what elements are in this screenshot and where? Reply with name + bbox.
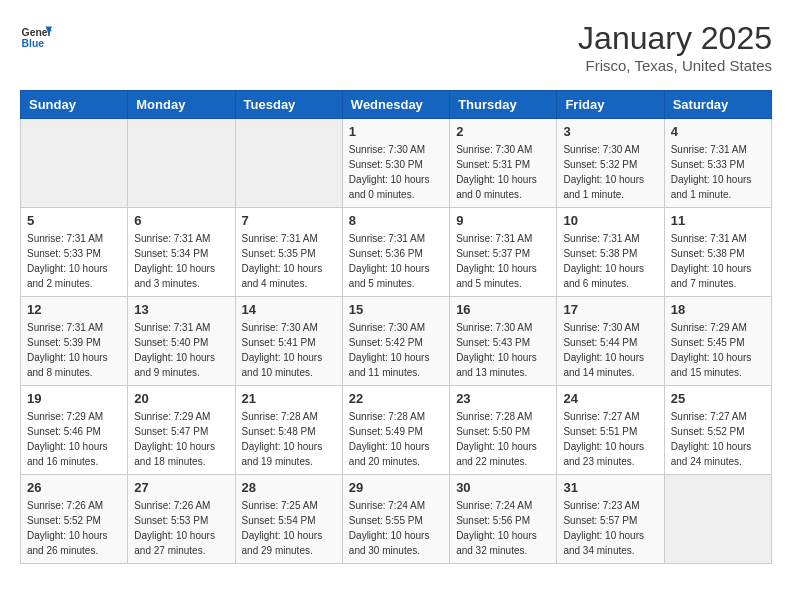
day-info: Sunrise: 7:31 AM Sunset: 5:39 PM Dayligh…: [27, 320, 121, 380]
day-info: Sunrise: 7:28 AM Sunset: 5:50 PM Dayligh…: [456, 409, 550, 469]
day-number: 26: [27, 480, 121, 495]
day-number: 7: [242, 213, 336, 228]
day-info: Sunrise: 7:24 AM Sunset: 5:55 PM Dayligh…: [349, 498, 443, 558]
day-info: Sunrise: 7:26 AM Sunset: 5:53 PM Dayligh…: [134, 498, 228, 558]
day-number: 16: [456, 302, 550, 317]
day-info: Sunrise: 7:23 AM Sunset: 5:57 PM Dayligh…: [563, 498, 657, 558]
svg-text:Blue: Blue: [22, 38, 45, 49]
calendar-cell: 12Sunrise: 7:31 AM Sunset: 5:39 PM Dayli…: [21, 297, 128, 386]
day-info: Sunrise: 7:26 AM Sunset: 5:52 PM Dayligh…: [27, 498, 121, 558]
calendar-cell: 18Sunrise: 7:29 AM Sunset: 5:45 PM Dayli…: [664, 297, 771, 386]
day-number: 5: [27, 213, 121, 228]
day-number: 11: [671, 213, 765, 228]
day-info: Sunrise: 7:27 AM Sunset: 5:52 PM Dayligh…: [671, 409, 765, 469]
calendar-cell: 6Sunrise: 7:31 AM Sunset: 5:34 PM Daylig…: [128, 208, 235, 297]
week-row-1: 1Sunrise: 7:30 AM Sunset: 5:30 PM Daylig…: [21, 119, 772, 208]
day-info: Sunrise: 7:28 AM Sunset: 5:48 PM Dayligh…: [242, 409, 336, 469]
day-number: 23: [456, 391, 550, 406]
day-info: Sunrise: 7:31 AM Sunset: 5:34 PM Dayligh…: [134, 231, 228, 291]
weekday-header-saturday: Saturday: [664, 91, 771, 119]
weekday-header-row: SundayMondayTuesdayWednesdayThursdayFrid…: [21, 91, 772, 119]
day-number: 31: [563, 480, 657, 495]
calendar-cell: 2Sunrise: 7:30 AM Sunset: 5:31 PM Daylig…: [450, 119, 557, 208]
weekday-header-wednesday: Wednesday: [342, 91, 449, 119]
calendar-cell: 30Sunrise: 7:24 AM Sunset: 5:56 PM Dayli…: [450, 475, 557, 564]
week-row-2: 5Sunrise: 7:31 AM Sunset: 5:33 PM Daylig…: [21, 208, 772, 297]
day-number: 20: [134, 391, 228, 406]
calendar-cell: 9Sunrise: 7:31 AM Sunset: 5:37 PM Daylig…: [450, 208, 557, 297]
calendar-cell: [21, 119, 128, 208]
calendar-cell: 10Sunrise: 7:31 AM Sunset: 5:38 PM Dayli…: [557, 208, 664, 297]
calendar-cell: [235, 119, 342, 208]
calendar-cell: 16Sunrise: 7:30 AM Sunset: 5:43 PM Dayli…: [450, 297, 557, 386]
calendar-cell: 26Sunrise: 7:26 AM Sunset: 5:52 PM Dayli…: [21, 475, 128, 564]
day-info: Sunrise: 7:25 AM Sunset: 5:54 PM Dayligh…: [242, 498, 336, 558]
calendar-cell: 1Sunrise: 7:30 AM Sunset: 5:30 PM Daylig…: [342, 119, 449, 208]
calendar-cell: [128, 119, 235, 208]
calendar-cell: 20Sunrise: 7:29 AM Sunset: 5:47 PM Dayli…: [128, 386, 235, 475]
calendar-cell: 11Sunrise: 7:31 AM Sunset: 5:38 PM Dayli…: [664, 208, 771, 297]
day-number: 30: [456, 480, 550, 495]
logo-icon: General Blue: [20, 20, 52, 52]
day-info: Sunrise: 7:30 AM Sunset: 5:44 PM Dayligh…: [563, 320, 657, 380]
calendar-cell: 15Sunrise: 7:30 AM Sunset: 5:42 PM Dayli…: [342, 297, 449, 386]
day-number: 29: [349, 480, 443, 495]
calendar-title: January 2025: [578, 20, 772, 57]
day-info: Sunrise: 7:30 AM Sunset: 5:43 PM Dayligh…: [456, 320, 550, 380]
calendar-cell: 22Sunrise: 7:28 AM Sunset: 5:49 PM Dayli…: [342, 386, 449, 475]
calendar-cell: 8Sunrise: 7:31 AM Sunset: 5:36 PM Daylig…: [342, 208, 449, 297]
calendar-cell: 5Sunrise: 7:31 AM Sunset: 5:33 PM Daylig…: [21, 208, 128, 297]
calendar-cell: 29Sunrise: 7:24 AM Sunset: 5:55 PM Dayli…: [342, 475, 449, 564]
day-info: Sunrise: 7:31 AM Sunset: 5:33 PM Dayligh…: [27, 231, 121, 291]
day-number: 22: [349, 391, 443, 406]
day-info: Sunrise: 7:30 AM Sunset: 5:41 PM Dayligh…: [242, 320, 336, 380]
day-info: Sunrise: 7:31 AM Sunset: 5:40 PM Dayligh…: [134, 320, 228, 380]
calendar-cell: 14Sunrise: 7:30 AM Sunset: 5:41 PM Dayli…: [235, 297, 342, 386]
week-row-3: 12Sunrise: 7:31 AM Sunset: 5:39 PM Dayli…: [21, 297, 772, 386]
day-info: Sunrise: 7:31 AM Sunset: 5:35 PM Dayligh…: [242, 231, 336, 291]
day-info: Sunrise: 7:29 AM Sunset: 5:46 PM Dayligh…: [27, 409, 121, 469]
calendar-cell: 4Sunrise: 7:31 AM Sunset: 5:33 PM Daylig…: [664, 119, 771, 208]
day-info: Sunrise: 7:28 AM Sunset: 5:49 PM Dayligh…: [349, 409, 443, 469]
day-number: 28: [242, 480, 336, 495]
calendar-cell: 13Sunrise: 7:31 AM Sunset: 5:40 PM Dayli…: [128, 297, 235, 386]
day-info: Sunrise: 7:29 AM Sunset: 5:45 PM Dayligh…: [671, 320, 765, 380]
page-header: General Blue January 2025 Frisco, Texas,…: [20, 20, 772, 74]
calendar-table: SundayMondayTuesdayWednesdayThursdayFrid…: [20, 90, 772, 564]
day-number: 13: [134, 302, 228, 317]
day-number: 18: [671, 302, 765, 317]
day-info: Sunrise: 7:30 AM Sunset: 5:30 PM Dayligh…: [349, 142, 443, 202]
calendar-cell: 25Sunrise: 7:27 AM Sunset: 5:52 PM Dayli…: [664, 386, 771, 475]
day-info: Sunrise: 7:30 AM Sunset: 5:42 PM Dayligh…: [349, 320, 443, 380]
day-info: Sunrise: 7:24 AM Sunset: 5:56 PM Dayligh…: [456, 498, 550, 558]
day-info: Sunrise: 7:31 AM Sunset: 5:33 PM Dayligh…: [671, 142, 765, 202]
day-info: Sunrise: 7:30 AM Sunset: 5:32 PM Dayligh…: [563, 142, 657, 202]
day-number: 3: [563, 124, 657, 139]
day-number: 4: [671, 124, 765, 139]
day-number: 14: [242, 302, 336, 317]
weekday-header-tuesday: Tuesday: [235, 91, 342, 119]
calendar-cell: 19Sunrise: 7:29 AM Sunset: 5:46 PM Dayli…: [21, 386, 128, 475]
day-number: 17: [563, 302, 657, 317]
day-info: Sunrise: 7:31 AM Sunset: 5:38 PM Dayligh…: [671, 231, 765, 291]
weekday-header-friday: Friday: [557, 91, 664, 119]
calendar-cell: 21Sunrise: 7:28 AM Sunset: 5:48 PM Dayli…: [235, 386, 342, 475]
logo: General Blue: [20, 20, 52, 52]
day-info: Sunrise: 7:30 AM Sunset: 5:31 PM Dayligh…: [456, 142, 550, 202]
calendar-cell: 3Sunrise: 7:30 AM Sunset: 5:32 PM Daylig…: [557, 119, 664, 208]
day-number: 9: [456, 213, 550, 228]
day-number: 21: [242, 391, 336, 406]
day-info: Sunrise: 7:31 AM Sunset: 5:36 PM Dayligh…: [349, 231, 443, 291]
day-number: 24: [563, 391, 657, 406]
day-info: Sunrise: 7:31 AM Sunset: 5:38 PM Dayligh…: [563, 231, 657, 291]
calendar-cell: 23Sunrise: 7:28 AM Sunset: 5:50 PM Dayli…: [450, 386, 557, 475]
day-number: 2: [456, 124, 550, 139]
day-number: 6: [134, 213, 228, 228]
calendar-subtitle: Frisco, Texas, United States: [578, 57, 772, 74]
weekday-header-thursday: Thursday: [450, 91, 557, 119]
day-info: Sunrise: 7:31 AM Sunset: 5:37 PM Dayligh…: [456, 231, 550, 291]
calendar-cell: 31Sunrise: 7:23 AM Sunset: 5:57 PM Dayli…: [557, 475, 664, 564]
calendar-cell: 27Sunrise: 7:26 AM Sunset: 5:53 PM Dayli…: [128, 475, 235, 564]
calendar-cell: 28Sunrise: 7:25 AM Sunset: 5:54 PM Dayli…: [235, 475, 342, 564]
day-info: Sunrise: 7:27 AM Sunset: 5:51 PM Dayligh…: [563, 409, 657, 469]
